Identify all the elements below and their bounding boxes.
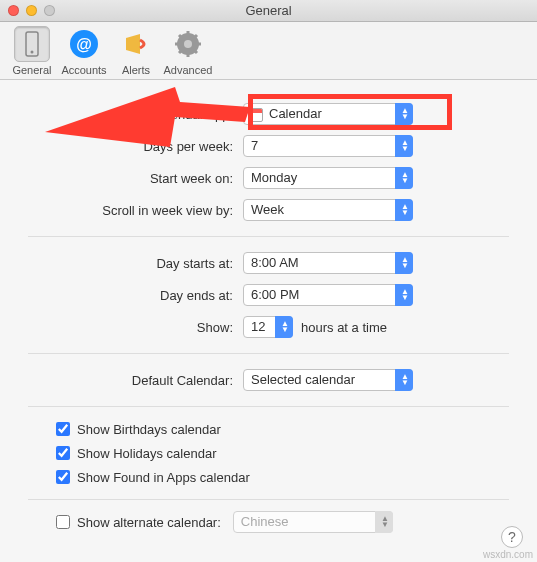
- divider: [28, 353, 509, 354]
- svg-text:@: @: [76, 36, 92, 53]
- tab-label: Accounts: [58, 64, 110, 76]
- tab-alerts[interactable]: Alerts: [110, 26, 162, 76]
- toolbar: General @ Accounts Alerts Advanced: [0, 22, 537, 80]
- svg-line-13: [194, 35, 197, 38]
- label-show-birthdays: Show Birthdays calendar: [77, 422, 221, 437]
- label-day-starts: Day starts at:: [28, 256, 243, 271]
- label-show-found-apps: Show Found in Apps calendar: [77, 470, 250, 485]
- tab-accounts[interactable]: @ Accounts: [58, 26, 110, 76]
- start-week-value: Monday: [251, 170, 297, 185]
- label-day-ends: Day ends at:: [28, 288, 243, 303]
- scroll-week-value: Week: [251, 202, 284, 217]
- titlebar: General: [0, 0, 537, 22]
- label-show-holidays: Show Holidays calendar: [77, 446, 216, 461]
- label-hours-at-time: hours at a time: [301, 320, 387, 335]
- label-default-calendar: Default Calendar:: [28, 373, 243, 388]
- svg-line-14: [179, 50, 182, 53]
- show-birthdays-checkbox[interactable]: [56, 422, 70, 436]
- divider: [28, 236, 509, 237]
- tab-label: Advanced: [162, 64, 214, 76]
- tab-label: Alerts: [110, 64, 162, 76]
- svg-point-6: [184, 40, 192, 48]
- svg-point-1: [31, 50, 34, 53]
- svg-line-12: [194, 50, 197, 53]
- watermark: wsxdn.com: [483, 549, 533, 560]
- show-found-apps-checkbox[interactable]: [56, 470, 70, 484]
- tab-label: General: [6, 64, 58, 76]
- day-ends-value: 6:00 PM: [251, 287, 299, 302]
- show-hours-value: 12: [251, 319, 265, 334]
- divider: [28, 406, 509, 407]
- content-pane: Default calendar app: Calendar ▲▼ Days p…: [0, 80, 537, 562]
- svg-marker-4: [126, 34, 140, 54]
- label-start-week: Start week on:: [28, 171, 243, 186]
- alternate-calendar-value: Chinese: [241, 514, 289, 529]
- help-button[interactable]: ?: [501, 526, 523, 548]
- label-show: Show:: [28, 320, 243, 335]
- alerts-icon: [118, 26, 154, 62]
- label-show-alternate: Show alternate calendar:: [77, 515, 221, 530]
- label-scroll-week: Scroll in week view by:: [28, 203, 243, 218]
- accounts-icon: @: [66, 26, 102, 62]
- days-per-week-value: 7: [251, 138, 258, 153]
- calendar-icon: [249, 106, 267, 122]
- show-alternate-checkbox[interactable]: [56, 515, 70, 529]
- default-calendar-value: Selected calendar: [251, 372, 355, 387]
- day-starts-value: 8:00 AM: [251, 255, 299, 270]
- label-days-per-week: Days per week:: [28, 139, 243, 154]
- svg-line-11: [179, 35, 182, 38]
- label-default-app: Default calendar app:: [28, 107, 243, 122]
- advanced-icon: [170, 26, 206, 62]
- default-app-value: Calendar: [269, 106, 322, 121]
- tab-advanced[interactable]: Advanced: [162, 26, 214, 76]
- window-title: General: [0, 3, 537, 18]
- show-holidays-checkbox[interactable]: [56, 446, 70, 460]
- days-per-week-select[interactable]: [243, 135, 413, 157]
- tab-general[interactable]: General: [6, 26, 58, 76]
- general-icon: [14, 26, 50, 62]
- divider: [28, 499, 509, 500]
